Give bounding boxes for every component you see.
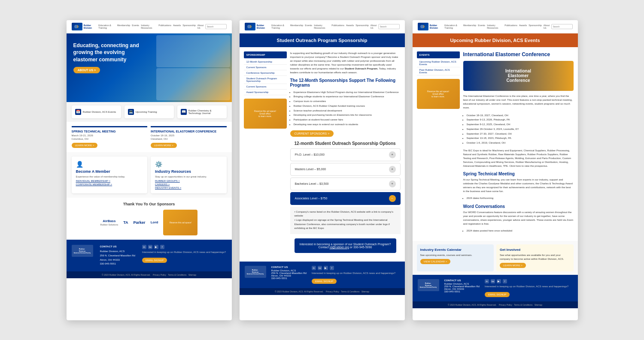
s2-current-sponsors-btn[interactable]: CURRENT SPONSORS > bbox=[290, 130, 334, 137]
s2-logo-icon bbox=[245, 23, 255, 30]
s3-learn-more-btn[interactable]: LEARN MORE > bbox=[500, 263, 526, 268]
s1-terms-link[interactable]: Terms & Conditions bbox=[168, 274, 186, 276]
s3-involved-panel-title: Get Involved bbox=[500, 248, 570, 252]
s2-footer-bottom: © 2023 Rubber Division, ACS. All Rights … bbox=[240, 288, 405, 295]
nav-link-about[interactable]: About Us bbox=[197, 24, 205, 29]
s3-twitter-icon[interactable]: tw bbox=[491, 279, 495, 283]
s1-footer-content: RubberDivisionAmerican Chemical Society … bbox=[72, 245, 227, 266]
s2-sidebar-current[interactable]: Current Sponsors bbox=[244, 65, 287, 70]
s1-card-journal[interactable]: 📖 Rubber Chemistry & Technology Journal bbox=[177, 105, 227, 118]
s1-search-input[interactable] bbox=[205, 24, 227, 29]
s2-nav-sponsorship[interactable]: Sponsorship bbox=[355, 24, 369, 29]
s1-individual-link[interactable]: INDIVIDUAL MEMBERSHIP > bbox=[76, 180, 143, 182]
s2-nav-events[interactable]: Events bbox=[305, 24, 312, 29]
s3-nav-industry[interactable]: Industry Resources bbox=[487, 24, 503, 29]
s1-member-desc: Experience the value of membership today… bbox=[76, 175, 143, 178]
s2-option-associates[interactable]: Associates Level – $750 − bbox=[290, 192, 401, 205]
nav-link-education[interactable]: Education & Training bbox=[98, 24, 115, 29]
s2-sidebar-award[interactable]: Award Sponsorship bbox=[244, 90, 287, 95]
s3-nav-education[interactable]: Education & Training bbox=[444, 24, 462, 29]
s2-nav-awards[interactable]: Awards bbox=[346, 24, 354, 29]
nav-link-awards[interactable]: Awards bbox=[173, 24, 181, 29]
s2-nav-pubs[interactable]: Publications bbox=[331, 24, 344, 29]
s3-nav-membership[interactable]: Membership bbox=[463, 24, 476, 29]
s1-rubber-groups-link[interactable]: RUBBER GROUPS > bbox=[155, 180, 222, 182]
s3-email-signup-btn[interactable]: EMAIL SIGNUP bbox=[485, 292, 510, 297]
s1-linkedin-icon[interactable]: in bbox=[142, 245, 146, 249]
s2-nav-links: Education & Training Membership Events I… bbox=[271, 24, 378, 29]
s3-nav-sponsorship[interactable]: Sponsorship bbox=[529, 24, 542, 29]
s1-card-events[interactable]: 📅 Rubber Division, ACS Events bbox=[72, 105, 121, 118]
s3-youtube-icon[interactable]: ▶ bbox=[497, 279, 501, 283]
s3-spring-title: Spring Technical Meeting bbox=[463, 172, 574, 176]
s2-option-bachelors[interactable]: Bachelors Level – $3,500 + bbox=[290, 178, 401, 190]
s1-hero-section: Educating, connecting and growing the ev… bbox=[67, 33, 232, 102]
s2-logo-text: Rubber Division bbox=[257, 24, 272, 29]
s2-header-banner: Student Outreach Program Sponsorship bbox=[240, 33, 405, 47]
nav-link-industry[interactable]: Industry Resources bbox=[141, 24, 157, 29]
nav-link-pubs[interactable]: Publications bbox=[158, 24, 171, 29]
s2-option-bachelors-label: Bachelors Level – $3,500 bbox=[295, 182, 329, 185]
s3-content-area: EVENTS Upcoming Rubber Division, ACS Eve… bbox=[413, 47, 578, 241]
s1-privacy-link[interactable]: Privacy Policy bbox=[153, 274, 166, 276]
s2-nav-about[interactable]: About Us bbox=[371, 24, 378, 29]
s3-nav-about[interactable]: About Us bbox=[544, 24, 551, 29]
s2-sidebar-conference[interactable]: Conference Sponsorship bbox=[244, 70, 287, 76]
s3-search-input[interactable] bbox=[551, 24, 573, 29]
s2-nav-industry[interactable]: Industry Resources bbox=[314, 24, 330, 29]
s2-contact-email[interactable]: rd@rubber.org bbox=[330, 246, 349, 249]
s2-option-phd[interactable]: Ph.D. Level – $10,000 + bbox=[290, 148, 401, 161]
s1-sitemap-link[interactable]: Sitemap bbox=[188, 274, 196, 276]
s2-option-bachelors-icon: + bbox=[389, 181, 396, 187]
s2-search-input[interactable] bbox=[378, 24, 400, 29]
s1-hero-cta-btn[interactable]: ABOUT US > bbox=[73, 67, 100, 73]
s3-dates-list: October 18-19, 2027, Cleveland, OH Septe… bbox=[463, 113, 574, 146]
s2-option-masters[interactable]: Masters Level – $5,000 + bbox=[290, 163, 401, 176]
s3-social-icons: in tw ▶ f bbox=[485, 279, 568, 283]
s2-terms-link[interactable]: Terms & Conditions bbox=[341, 290, 359, 293]
s2-main-content: Is supporting and facilitating growth of… bbox=[290, 51, 401, 257]
s1-spring-btn[interactable]: LEARN MORE > bbox=[72, 143, 98, 148]
s2-email-signup-btn[interactable]: EMAIL SIGNUP bbox=[312, 279, 337, 284]
s1-become-member-card: 👤 Become A Member Experience the value o… bbox=[72, 156, 148, 193]
s3-terms-link[interactable]: Terms & Conditions bbox=[514, 304, 532, 306]
s2-youtube-icon[interactable]: ▶ bbox=[324, 266, 328, 270]
s1-facebook-icon[interactable]: f bbox=[160, 245, 164, 249]
s2-content-area: SPONSORSHIP 12-Month Sponsorship Current… bbox=[240, 47, 405, 262]
s2-sidebar-title: SPONSORSHIP bbox=[244, 51, 287, 58]
s3-nav-awards[interactable]: Awards bbox=[519, 24, 527, 29]
s1-logo-icon bbox=[72, 23, 82, 30]
s2-privacy-link[interactable]: Privacy Policy bbox=[326, 290, 339, 293]
s3-sidebar-past[interactable]: Past Rubber Division, ACS Events bbox=[417, 67, 460, 75]
s1-iec-btn[interactable]: LEARN MORE > bbox=[151, 143, 177, 148]
s3-sitemap-link[interactable]: Sitemap bbox=[535, 304, 542, 306]
s3-linkedin-icon[interactable]: in bbox=[485, 279, 489, 283]
s2-sitemap-link[interactable]: Sitemap bbox=[361, 290, 369, 293]
s2-linkedin-icon[interactable]: in bbox=[312, 266, 316, 270]
s3-sidebar-upcoming[interactable]: Upcoming Rubber Division, ACS Events bbox=[417, 59, 460, 67]
s2-sidebar-12month[interactable]: 12-Month Sponsorship bbox=[244, 59, 287, 65]
nav-link-membership[interactable]: Membership bbox=[117, 24, 130, 29]
nav-link-events[interactable]: Events bbox=[132, 24, 139, 29]
s2-bullet-7: Participation at student-focused career … bbox=[294, 117, 401, 122]
s2-facebook-icon[interactable]: f bbox=[330, 266, 334, 270]
s3-privacy-link[interactable]: Privacy Policy bbox=[499, 304, 512, 306]
s3-nav-pubs[interactable]: Publications bbox=[504, 24, 517, 29]
s3-facebook-icon[interactable]: f bbox=[503, 279, 507, 283]
s1-careers-link[interactable]: CAREERS > bbox=[155, 183, 222, 186]
nav-link-sponsorship[interactable]: Sponsorship bbox=[182, 24, 196, 29]
s2-sidebar-current2[interactable]: Current Sponsors bbox=[244, 84, 287, 90]
s1-youtube-icon[interactable]: ▶ bbox=[154, 245, 158, 249]
s2-nav-membership[interactable]: Membership bbox=[290, 24, 303, 29]
s1-twitter-icon[interactable]: tw bbox=[148, 245, 152, 249]
s1-card-training[interactable]: 💻 Upcoming Training bbox=[125, 105, 174, 118]
s1-email-signup-btn[interactable]: EMAIL SIGNUP bbox=[142, 258, 167, 263]
s3-date-3: September 8-12, 2025, Cleveland, OH bbox=[467, 122, 574, 127]
s2-twitter-icon[interactable]: tw bbox=[318, 266, 322, 270]
s1-corporate-link[interactable]: CORPORATE MEMBERSHIP > bbox=[76, 183, 143, 186]
s1-industry-events-link[interactable]: INDUSTRY EVENTS > bbox=[155, 187, 222, 189]
s2-nav-education[interactable]: Education & Training bbox=[271, 24, 289, 29]
s3-view-calendar-btn[interactable]: VIEW CALENDAR > bbox=[420, 259, 451, 264]
s2-sidebar-outreach[interactable]: Student Outreach Program Sponsorship bbox=[244, 76, 287, 84]
s3-nav-events[interactable]: Events bbox=[478, 24, 485, 29]
